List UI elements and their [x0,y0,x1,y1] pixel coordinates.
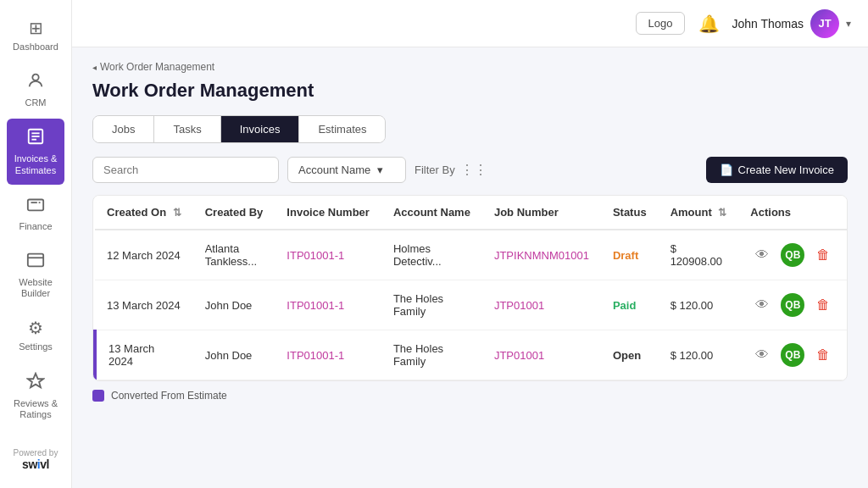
converted-legend-label: Converted From Estimate [111,390,227,402]
cell-job-number: JTPIKNMNM01001 [482,230,601,280]
sidebar-item-dashboard[interactable]: ⊞ Dashboard [7,9,64,61]
filter-by-label: Filter By ⋮⋮ [415,162,487,178]
actions-group: 👁 QB 🗑 [750,343,835,367]
cell-actions: 👁 QB 🗑 [738,230,847,280]
col-status: Status [601,196,659,230]
create-invoice-icon: 📄 [720,164,733,176]
cell-created-by: John Doe [193,280,275,330]
tab-invoices[interactable]: Invoices [221,116,300,142]
crm-icon [26,71,45,94]
table-header-row: Created On ⇅ Created By Invoice Number A… [95,196,847,230]
col-invoice-number: Invoice Number [275,196,381,230]
tab-estimates[interactable]: Estimates [299,116,385,142]
status-badge: Paid [613,299,636,312]
tab-jobs[interactable]: Jobs [93,116,154,142]
user-menu[interactable]: John Thomas JT ▾ [732,9,851,38]
header: Logo 🔔 John Thomas JT ▾ [72,0,868,47]
sidebar-label-finance: Finance [19,221,52,232]
cell-created-on: 13 March 2024 [95,330,193,380]
cell-account-name: Holmes Detectiv... [381,230,482,280]
cell-job-number: JTP01001 [482,280,601,330]
delete-button[interactable]: 🗑 [811,293,835,317]
view-button[interactable]: 👁 [750,343,774,367]
sidebar-item-invoices[interactable]: Invoices & Estimates [7,119,64,184]
main-content: Logo 🔔 John Thomas JT ▾ ◂ Work Order Man… [72,0,868,488]
cell-amount: $ 120.00 [659,280,739,330]
invoice-number-link[interactable]: ITP01001-1 [287,349,344,362]
quickbooks-button[interactable]: QB [781,343,804,367]
svg-rect-5 [28,199,43,210]
account-dropdown-chevron-icon: ▾ [377,164,383,176]
logo-button[interactable]: Logo [636,12,686,35]
job-number-link[interactable]: JTPIKNMNM01001 [494,249,589,262]
col-job-number: Job Number [482,196,601,230]
avatar: JT [810,9,839,38]
cell-created-on: 12 March 2024 [95,230,193,280]
quickbooks-button[interactable]: QB [781,243,804,267]
breadcrumb: ◂ Work Order Management [92,61,848,73]
create-new-invoice-button[interactable]: 📄 Create New Invoice [706,157,848,183]
sidebar-item-reviews[interactable]: Reviews & Ratings [7,363,64,429]
account-name-label: Account Name [298,164,370,176]
cell-amount: $ 120908.00 [659,230,739,280]
tab-tasks[interactable]: Tasks [154,116,220,142]
invoice-number-link[interactable]: ITP01001-1 [287,249,344,262]
view-button[interactable]: 👁 [750,293,774,317]
invoices-table: Created On ⇅ Created By Invoice Number A… [92,195,848,381]
page-title: Work Order Management [92,80,848,102]
sidebar-item-website[interactable]: Website Builder [7,242,64,308]
sidebar-label-website: Website Builder [11,277,60,299]
cell-invoice-number: ITP01001-1 [275,330,381,380]
sidebar-label-crm: CRM [25,97,46,108]
sidebar-label-reviews: Reviews & Ratings [11,398,60,420]
sidebar-label-dashboard: Dashboard [13,42,58,53]
cell-amount: $ 120.00 [659,330,739,380]
sort-amount-icon[interactable]: ⇅ [718,207,726,219]
status-badge: Open [613,349,641,362]
breadcrumb-label: Work Order Management [100,61,214,73]
sidebar-label-invoices: Invoices & Estimates [11,153,60,175]
job-number-link[interactable]: JTP01001 [494,299,544,312]
cell-invoice-number: ITP01001-1 [275,230,381,280]
website-icon [26,251,45,274]
sort-created-on-icon[interactable]: ⇅ [173,207,181,219]
cell-invoice-number: ITP01001-1 [275,280,381,330]
cell-created-on: 13 March 2024 [95,280,193,330]
user-name: John Thomas [732,17,804,30]
brand-logo: swivl [14,458,58,471]
svg-rect-6 [28,254,43,267]
converted-legend-box [92,390,104,402]
reviews-icon [26,372,45,395]
quickbooks-button[interactable]: QB [781,293,804,317]
tab-group: Jobs Tasks Invoices Estimates [92,115,386,143]
settings-icon: ⚙ [28,318,43,338]
status-badge: Draft [613,249,638,262]
sidebar-item-settings[interactable]: ⚙ Settings [7,309,64,361]
job-number-link[interactable]: JTP01001 [494,349,544,362]
sidebar-item-finance[interactable]: Finance [7,186,64,241]
cell-job-number: JTP01001 [482,330,601,380]
notification-bell-icon[interactable]: 🔔 [698,14,720,34]
finance-icon [26,195,45,218]
cell-account-name: The Holes Family [381,280,482,330]
delete-button[interactable]: 🗑 [811,243,835,267]
cell-status: Open [601,330,659,380]
account-name-dropdown[interactable]: Account Name ▾ [287,157,406,183]
table-row: 13 March 2024 John Doe ITP01001-1 The Ho… [95,330,847,380]
actions-group: 👁 QB 🗑 [750,293,835,317]
actions-group: 👁 QB 🗑 [750,243,835,267]
chevron-down-icon: ▾ [846,18,851,30]
search-input[interactable] [92,157,279,183]
table-row: 13 March 2024 John Doe ITP01001-1 The Ho… [95,280,847,330]
view-button[interactable]: 👁 [750,243,774,267]
filter-icon[interactable]: ⋮⋮ [460,162,487,178]
toolbar: Account Name ▾ Filter By ⋮⋮ 📄 Create New… [92,157,848,183]
delete-button[interactable]: 🗑 [811,343,835,367]
col-amount: Amount ⇅ [659,196,739,230]
breadcrumb-arrow-icon: ◂ [92,63,97,72]
sidebar-item-crm[interactable]: CRM [7,63,64,117]
svg-point-0 [32,75,38,80]
invoice-number-link[interactable]: ITP01001-1 [287,299,344,312]
cell-account-name: The Holes Family [381,330,482,380]
cell-status: Paid [601,280,659,330]
